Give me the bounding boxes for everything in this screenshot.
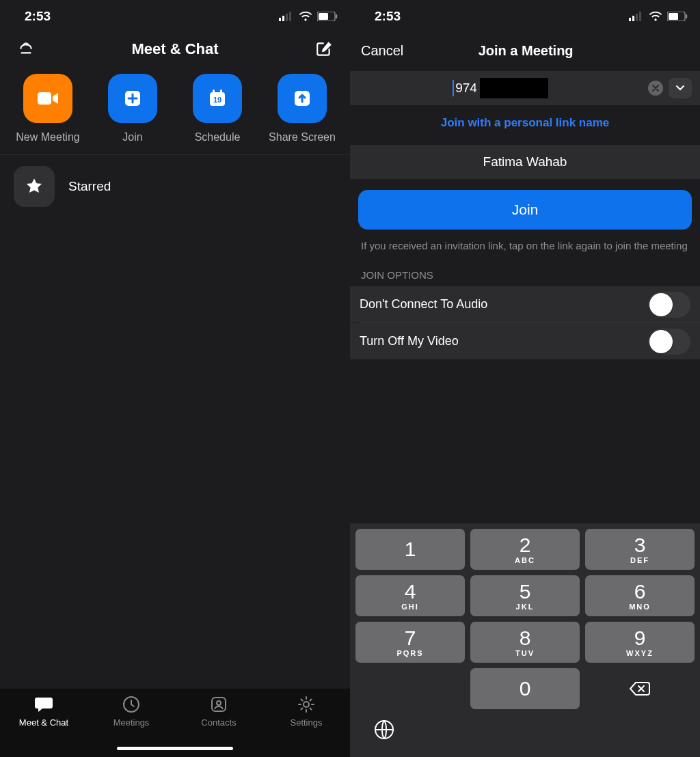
svg-rect-3 [289,12,291,21]
clear-icon[interactable] [648,81,663,96]
action-label: Join [122,131,142,143]
cellular-icon [629,12,644,21]
key-2[interactable]: 2ABC [470,529,580,570]
key-backspace[interactable] [585,668,695,709]
tab-label: Meetings [113,717,150,728]
key-8[interactable]: 8TUV [470,622,580,663]
numeric-keypad: 1 2ABC 3DEF 4GHI 5JKL 6MNO 7PQRS 8TUV 9W… [350,523,700,757]
tab-contacts[interactable]: Contacts [175,696,262,728]
svg-rect-7 [38,92,51,105]
tab-meetings[interactable]: Meetings [88,696,175,728]
status-icons [279,12,338,21]
video-icon [23,74,72,123]
svg-rect-0 [279,18,281,21]
svg-rect-18 [629,18,631,21]
action-label: Share Screen [269,131,336,143]
status-time: 2:53 [25,9,51,24]
key-blank [355,668,465,709]
name-input[interactable]: Fatima Wahab [350,145,700,179]
chevron-down-icon [675,85,685,92]
meeting-id-input[interactable]: 974 [453,78,548,98]
starred-row[interactable]: Starred [0,155,350,218]
status-bar: 2:53 [350,0,700,33]
gear-icon [297,696,315,713]
chat-icon [34,696,53,713]
tab-settings[interactable]: Settings [262,696,350,728]
backspace-icon [629,680,651,697]
action-schedule[interactable]: 19 Schedule [175,74,260,143]
contact-icon [210,696,228,713]
clock-icon [122,696,140,713]
section-label-join-options: JOIN OPTIONS [350,253,700,286]
toggle-label: Don't Connect To Audio [360,297,487,312]
toggle-switch[interactable] [648,329,690,355]
recent-dropdown-button[interactable] [669,78,692,98]
calendar-icon: 19 [193,74,242,123]
toggle-turn-off-video[interactable]: Turn Off My Video [350,323,700,359]
key-1[interactable]: 1 [355,529,465,570]
action-new-meeting[interactable]: New Meeting [5,74,90,143]
tab-label: Meet & Chat [19,717,68,728]
svg-rect-1 [282,16,284,21]
wifi-icon [299,12,312,21]
svg-rect-19 [632,16,634,21]
key-9[interactable]: 9WXYZ [585,622,695,663]
svg-point-17 [304,702,309,707]
key-7[interactable]: 7PQRS [355,622,465,663]
help-text: If you received an invitation link, tap … [350,236,700,253]
cellular-icon [279,12,294,21]
svg-rect-23 [669,13,678,20]
globe-icon[interactable] [373,719,395,743]
key-3[interactable]: 3DEF [585,529,695,570]
cancel-button[interactable]: Cancel [361,43,403,59]
toggle-dont-connect-audio[interactable]: Don't Connect To Audio [350,286,700,322]
svg-rect-6 [336,14,337,18]
home-indicator[interactable] [117,747,233,750]
star-icon [14,166,55,207]
status-icons [629,12,688,21]
status-bar: 2:53 [0,0,350,33]
key-0[interactable]: 0 [470,668,580,709]
share-icon [278,74,327,123]
battery-icon [317,12,338,21]
svg-rect-5 [319,13,328,20]
svg-rect-11 [220,90,222,94]
action-label: New Meeting [16,131,79,143]
text-cursor [453,80,454,96]
page-title: Meet & Chat [131,40,218,58]
status-time: 2:53 [375,9,401,24]
key-5[interactable]: 5JKL [470,575,580,616]
starred-label: Starred [68,179,111,194]
action-row: New Meeting Join 19 Schedule Share Scree… [0,70,350,155]
toggle-switch[interactable] [648,292,690,318]
personal-link-button[interactable]: Join with a personal link name [350,105,700,145]
plus-icon [108,74,157,123]
action-join[interactable]: Join [90,74,175,143]
key-6[interactable]: 6MNO [585,575,695,616]
join-button[interactable]: Join [358,190,692,230]
svg-rect-2 [286,14,288,21]
svg-rect-24 [686,14,687,18]
meeting-id-input-row[interactable]: 974 [350,71,700,105]
redacted-block [480,78,548,98]
tab-meet-chat[interactable]: Meet & Chat [0,696,88,728]
tab-label: Settings [291,717,323,728]
action-share-screen[interactable]: Share Screen [260,74,345,143]
tab-label: Contacts [201,717,236,728]
action-label: Schedule [195,131,241,143]
svg-rect-10 [213,90,215,94]
cast-icon[interactable] [15,38,37,60]
toggle-label: Turn Off My Video [360,334,459,348]
wifi-icon [649,12,662,21]
key-4[interactable]: 4GHI [355,575,465,616]
svg-rect-21 [639,12,641,21]
battery-icon [667,12,688,21]
svg-text:19: 19 [213,96,221,104]
svg-point-16 [217,701,221,705]
page-title: Join a Meeting [479,43,574,59]
svg-rect-20 [636,14,638,21]
compose-icon[interactable] [313,38,335,60]
